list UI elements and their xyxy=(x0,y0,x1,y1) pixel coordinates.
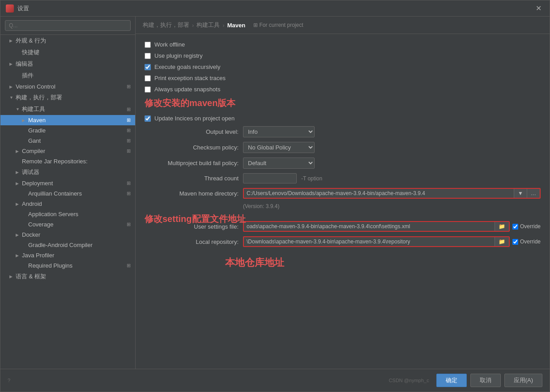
arrow-icon: ▼ xyxy=(16,107,20,111)
output-level-select[interactable]: Info Debug Warn xyxy=(243,126,315,137)
local-repo-override-checkbox[interactable] xyxy=(512,239,518,245)
ok-button[interactable]: 确定 xyxy=(436,374,467,387)
use-plugin-row: Use plugin registry xyxy=(145,52,541,59)
cancel-button[interactable]: 取消 xyxy=(470,374,501,387)
sidebar-item-java-profiler[interactable]: ▶ Java Profiler xyxy=(0,250,135,260)
sidebar-item-version-control[interactable]: ▶ Version Control ⊞ xyxy=(0,81,135,92)
work-offline-label: Work offline xyxy=(154,41,185,48)
sidebar-item-arquillian[interactable]: Arquillian Containers ⊞ xyxy=(0,188,135,199)
sidebar-item-label: 编辑器 xyxy=(16,60,33,68)
arrow-icon: ▶ xyxy=(16,253,20,258)
sidebar-item-required-plugins[interactable]: Required Plugins ⊞ xyxy=(0,260,135,271)
multiproject-label: Multiproject build fail policy: xyxy=(145,160,239,166)
sidebar-item-label: 语言 & 框架 xyxy=(16,273,46,281)
sidebar-item-keymap[interactable]: 快捷键 xyxy=(0,47,135,58)
gradle-icon: ⊞ xyxy=(127,128,131,133)
sidebar-item-label: 构建工具 xyxy=(22,105,45,113)
local-repo-input[interactable] xyxy=(244,237,495,246)
use-plugin-checkbox[interactable] xyxy=(145,53,151,59)
required-plugins-icon: ⊞ xyxy=(127,263,131,268)
annotation-settings-area: 修改setting配置文件地址 xyxy=(145,213,541,219)
sidebar-item-appearance[interactable]: ▶ 外观 & 行为 xyxy=(0,35,135,47)
update-indices-label: Update Incices on project open xyxy=(154,115,234,122)
local-repo-browse-btn[interactable]: 📁 xyxy=(495,237,509,246)
maven-home-row: Maven home directory: ▼ … xyxy=(145,188,541,199)
sidebar-item-label: Compiler xyxy=(22,148,45,154)
multiproject-select[interactable]: Default Fail at end xyxy=(243,158,315,169)
annotation-modify-settings: 修改setting配置文件地址 xyxy=(145,213,246,225)
breadcrumb-part2: 构建工具 xyxy=(196,21,220,29)
arrow-icon: ▶ xyxy=(16,149,20,153)
settings-content: Work offline Use plugin registry Execute… xyxy=(136,34,550,369)
execute-goals-row: Execute goals recursively xyxy=(145,64,541,70)
user-settings-browse-btn[interactable]: 📁 xyxy=(495,222,509,231)
title-bar: 设置 ✕ xyxy=(0,0,550,17)
csdn-label: CSDN @nymph_c xyxy=(389,378,429,383)
deployment-icon: ⊞ xyxy=(127,180,131,186)
always-update-checkbox[interactable] xyxy=(145,86,151,93)
sidebar-item-label: Version Control xyxy=(16,83,55,90)
sidebar-item-docker[interactable]: ▶ Docker xyxy=(0,230,135,240)
user-settings-input[interactable] xyxy=(244,222,495,231)
output-level-label: Output level: xyxy=(145,128,239,135)
sidebar-item-plugins[interactable]: 插件 xyxy=(0,70,135,81)
sidebar-item-label: Maven xyxy=(28,117,46,124)
arrow-icon: ▶ xyxy=(22,118,26,123)
breadcrumb: 构建，执行，部署 › 构建工具 › Maven For current proj… xyxy=(136,17,550,34)
thread-count-input[interactable] xyxy=(243,173,297,183)
execute-goals-checkbox[interactable] xyxy=(145,64,151,70)
sidebar-item-build-exec[interactable]: ▼ 构建，执行，部署 xyxy=(0,92,135,103)
user-settings-override-checkbox[interactable] xyxy=(512,224,518,230)
sidebar-item-app-servers[interactable]: Application Servers xyxy=(0,209,135,219)
sidebar-item-lang-framework[interactable]: ▶ 语言 & 框架 xyxy=(0,271,135,282)
local-repo-annotation-area: 本地仓库地址 xyxy=(225,256,541,269)
apply-button[interactable]: 应用(A) xyxy=(504,374,542,387)
close-button[interactable]: ✕ xyxy=(533,3,544,13)
maven-home-dropdown-btn[interactable]: ▼ xyxy=(514,189,527,198)
thread-count-row: Thread count -T option xyxy=(145,173,541,183)
maven-home-input[interactable] xyxy=(244,189,514,198)
search-input[interactable] xyxy=(5,20,131,31)
sidebar-item-label: Gradle xyxy=(28,127,46,134)
sidebar-item-maven[interactable]: ▶ Maven ⊞ xyxy=(0,115,135,125)
sidebar-item-label: Coverage xyxy=(28,221,53,228)
annotation-local-repo: 本地仓库地址 xyxy=(225,256,541,269)
arrow-icon: ▶ xyxy=(16,202,20,206)
bottom-bar: ? CSDN @nymph_c 确定 取消 应用(A) xyxy=(0,369,550,392)
arrow-icon: ▶ xyxy=(9,274,14,279)
sidebar-item-build-tools[interactable]: ▼ 构建工具 ⊞ xyxy=(0,103,135,115)
sidebar-item-gradle-android[interactable]: Gradle-Android Compiler xyxy=(0,240,135,250)
sidebar-item-label: 构建，执行，部署 xyxy=(16,94,62,102)
sidebar-item-label: 插件 xyxy=(22,72,34,80)
sidebar-item-editor[interactable]: ▶ 编辑器 xyxy=(0,58,135,70)
sidebar-item-compiler[interactable]: ▶ Compiler ⊞ xyxy=(0,146,135,156)
sidebar-scroll: ▶ 外观 & 行为 快捷键 ▶ 编辑器 插件 ▶ Version C xyxy=(0,35,135,369)
use-plugin-label: Use plugin registry xyxy=(154,52,203,59)
sidebar-item-android[interactable]: ▶ Android xyxy=(0,199,135,209)
settings-dialog: 设置 ✕ ▶ 外观 & 行为 快捷键 ▶ 编辑器 xyxy=(0,0,550,392)
arrow-icon: ▶ xyxy=(16,181,20,186)
work-offline-checkbox[interactable] xyxy=(145,42,151,48)
sidebar-item-label: Docker xyxy=(22,231,40,238)
sidebar-item-gradle[interactable]: Gradle ⊞ xyxy=(0,125,135,136)
sidebar-item-label: Gant xyxy=(28,137,41,144)
checksum-select[interactable]: No Global Policy Fail xyxy=(243,142,315,153)
sidebar-item-gant[interactable]: Gant ⊞ xyxy=(0,136,135,146)
work-offline-row: Work offline xyxy=(145,41,541,48)
for-project-label: For current project xyxy=(253,22,303,28)
maven-home-browse-btn[interactable]: … xyxy=(527,189,540,198)
sidebar-item-remote-jar[interactable]: Remote Jar Repositories: xyxy=(0,156,135,166)
sidebar-item-coverage[interactable]: Coverage ⊞ xyxy=(0,219,135,230)
local-repo-container: 📁 xyxy=(243,236,510,247)
sidebar-item-debugger[interactable]: ▶ 调试器 xyxy=(0,166,135,178)
sidebar-item-deployment[interactable]: ▶ Deployment ⊞ xyxy=(0,178,135,188)
update-indices-row: Update Incices on project open xyxy=(145,115,541,122)
sidebar-item-label: 外观 & 行为 xyxy=(16,37,46,45)
breadcrumb-part1: 构建，执行，部署 xyxy=(143,21,189,29)
sidebar-item-label: Deployment xyxy=(22,180,53,187)
user-settings-override: Override xyxy=(512,223,541,230)
print-exception-checkbox[interactable] xyxy=(145,75,151,81)
multiproject-row: Multiproject build fail policy: Default … xyxy=(145,158,541,169)
sidebar-item-label: Java Profiler xyxy=(22,252,54,259)
update-indices-checkbox[interactable] xyxy=(145,115,151,122)
